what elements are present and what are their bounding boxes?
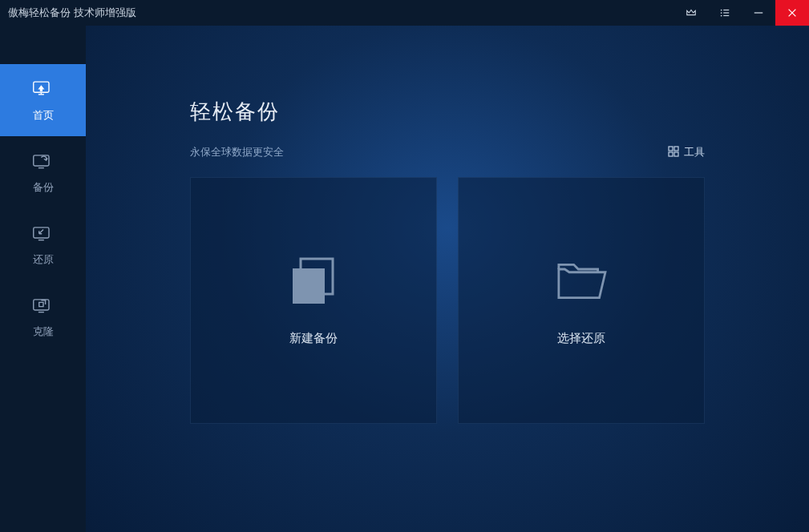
- crown-button[interactable]: [674, 0, 708, 26]
- svg-rect-5: [723, 15, 729, 16]
- subtitle: 永保全球数据更安全: [190, 145, 284, 159]
- card-restore[interactable]: 选择还原: [458, 177, 705, 424]
- app-title: 傲梅轻松备份 技术师增强版: [8, 6, 136, 20]
- svg-rect-17: [33, 299, 48, 309]
- svg-point-2: [721, 12, 722, 14]
- title-controls: [674, 0, 809, 26]
- subtitle-row: 永保全球数据更安全 工具: [190, 145, 705, 159]
- copy-icon: [285, 256, 342, 307]
- tools-link[interactable]: 工具: [668, 145, 705, 159]
- restore-icon: [32, 223, 55, 244]
- home-icon: [32, 79, 55, 100]
- minimize-button[interactable]: [742, 0, 775, 26]
- card-label: 新建备份: [289, 331, 338, 346]
- menu-button[interactable]: [708, 0, 742, 26]
- grid-icon: [668, 146, 679, 159]
- titlebar: 傲梅轻松备份 技术师增强版: [0, 0, 809, 26]
- backup-icon: [32, 151, 55, 172]
- sidebar-item-label: 克隆: [33, 324, 54, 339]
- svg-point-0: [721, 10, 722, 11]
- svg-rect-15: [33, 227, 48, 237]
- sidebar-item-label: 还原: [33, 252, 54, 267]
- sidebar-item-home[interactable]: 首页: [0, 64, 86, 136]
- tools-label: 工具: [684, 145, 705, 159]
- sidebar-item-clone[interactable]: 克隆: [0, 280, 86, 353]
- folder-icon: [552, 256, 610, 307]
- close-button[interactable]: [775, 0, 809, 26]
- cards-row: 新建备份 选择还原: [190, 177, 705, 424]
- svg-rect-24: [293, 268, 325, 304]
- svg-rect-12: [40, 88, 42, 91]
- sidebar-item-label: 首页: [33, 108, 54, 123]
- clone-icon: [32, 295, 55, 316]
- sidebar-item-label: 备份: [33, 180, 54, 195]
- svg-point-4: [721, 15, 722, 17]
- main-content: 轻松备份 永保全球数据更安全 工具: [86, 26, 809, 532]
- sidebar-item-restore[interactable]: 还原: [0, 208, 86, 280]
- svg-rect-1: [723, 10, 729, 10]
- sidebar-item-backup[interactable]: 备份: [0, 136, 86, 208]
- sidebar: 首页 备份 还原: [0, 26, 86, 532]
- card-new-backup[interactable]: 新建备份: [190, 177, 437, 424]
- svg-rect-21: [669, 152, 673, 156]
- svg-rect-20: [674, 147, 678, 151]
- svg-rect-22: [674, 152, 678, 156]
- page-title: 轻松备份: [190, 98, 705, 126]
- svg-rect-3: [723, 12, 729, 13]
- svg-rect-19: [669, 147, 673, 151]
- card-label: 选择还原: [557, 331, 605, 346]
